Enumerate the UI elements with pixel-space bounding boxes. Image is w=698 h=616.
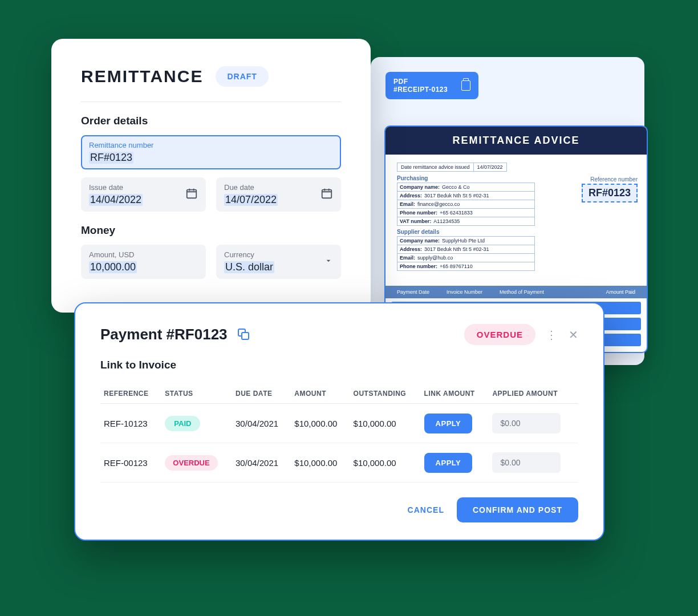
remittance-status-badge: DRAFT [216,66,268,87]
remittance-number-label: Remittance number [89,141,333,149]
chevron-down-icon[interactable] [324,256,333,268]
svg-rect-0 [187,190,197,198]
issued-date: Date remittance advice issued14/07/2022 [397,163,507,172]
payment-modal: Payment #RF0123 OVERDUE ⋮ ✕ Link to Invo… [74,302,604,541]
reference-number-box: Reference number RF#0123 [582,176,638,202]
status-badge-paid: PAID [165,416,200,431]
calendar-icon[interactable] [185,187,198,202]
confirm-and-post-button[interactable]: CONFIRM AND POST [457,497,578,522]
remittance-form-card: REMITTANCE DRAFT Order details Remittanc… [51,39,371,313]
pdf-chip[interactable]: PDF #RECEIPT-0123 [385,72,478,99]
status-badge-overdue: OVERDUE [165,455,217,471]
applied-amount-input[interactable] [492,452,561,473]
apply-button[interactable]: APPLY [424,414,473,433]
cancel-button[interactable]: CANCEL [408,505,444,514]
col-applied: APPLIED AMOUNT [489,384,578,404]
applied-amount-input[interactable] [492,413,561,433]
close-icon[interactable]: ✕ [569,328,578,342]
payment-status-badge: OVERDUE [464,324,535,345]
table-row: REF-10123 PAID 30/04/2021 $10,000.00 $10… [100,404,578,443]
due-date-field[interactable]: Due date 14/07/2022 [216,177,341,212]
col-amount: AMOUNT [291,384,350,404]
more-icon[interactable]: ⋮ [546,329,558,341]
copy-icon[interactable] [238,329,250,341]
document-title: REMITTANCE ADVICE [385,127,647,155]
apply-button[interactable]: APPLY [424,453,473,473]
pdf-chip-label: PDF [393,78,448,86]
currency-field[interactable]: Currency U.S. dollar [216,245,341,279]
svg-rect-1 [322,190,332,198]
payment-title: Payment #RF0123 [100,326,228,343]
money-heading: Money [81,224,341,237]
link-to-invoice-heading: Link to Invoice [100,359,578,371]
col-status: STATUS [161,384,232,404]
col-outstanding: OUTSTANDING [350,384,421,404]
trash-icon[interactable] [461,80,470,91]
remittance-number-value: RF#0123 [89,152,133,164]
remittance-number-field[interactable]: Remittance number RF#0123 [81,135,341,169]
invoice-table: REFERENCE STATUS DUE DATE AMOUNT OUTSTAN… [100,384,578,483]
col-link-amount: LINK AMOUNT [421,384,489,404]
remittance-title: REMITTANCE [81,67,203,86]
supplier-heading: Supplier details [397,229,635,235]
table-row: REF-00123 OVERDUE 30/04/2021 $10,000.00 … [100,443,578,483]
order-details-heading: Order details [81,115,341,127]
issue-date-field[interactable]: Issue date 14/04/2022 [81,177,206,212]
col-due: DUE DATE [232,384,291,404]
calendar-icon[interactable] [320,187,333,202]
pdf-chip-id: #RECEIPT-0123 [393,86,448,94]
col-reference: REFERENCE [100,384,161,404]
doc-table-header: Payment Date Invoice Number Method of Pa… [385,286,647,298]
amount-field[interactable]: Amount, USD 10,000.00 [81,245,206,279]
